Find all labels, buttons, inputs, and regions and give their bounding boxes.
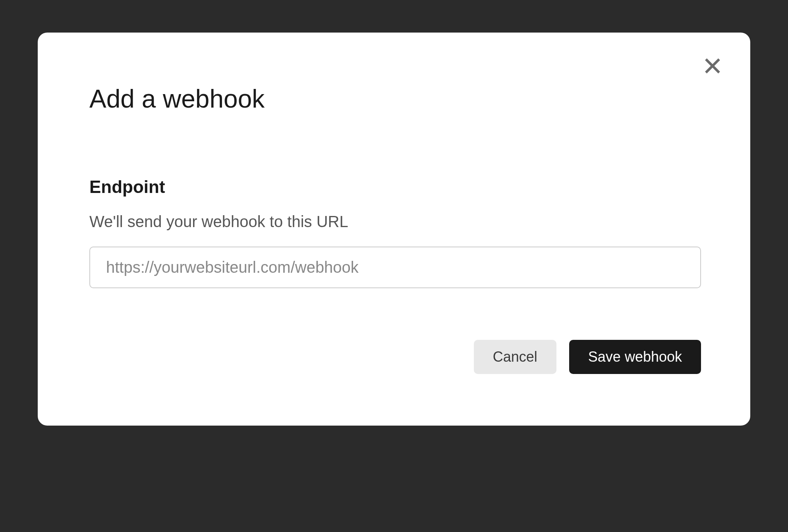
save-webhook-button[interactable]: Save webhook [569, 340, 701, 374]
modal-title: Add a webhook [89, 84, 699, 114]
close-icon [703, 56, 722, 77]
endpoint-label: Endpoint [89, 177, 699, 197]
endpoint-url-input[interactable] [89, 247, 701, 288]
close-button[interactable] [699, 52, 726, 80]
add-webhook-modal: Add a webhook Endpoint We'll send your w… [38, 33, 750, 426]
button-row: Cancel Save webhook [89, 340, 701, 374]
cancel-button[interactable]: Cancel [474, 340, 556, 374]
endpoint-description: We'll send your webhook to this URL [89, 213, 699, 231]
